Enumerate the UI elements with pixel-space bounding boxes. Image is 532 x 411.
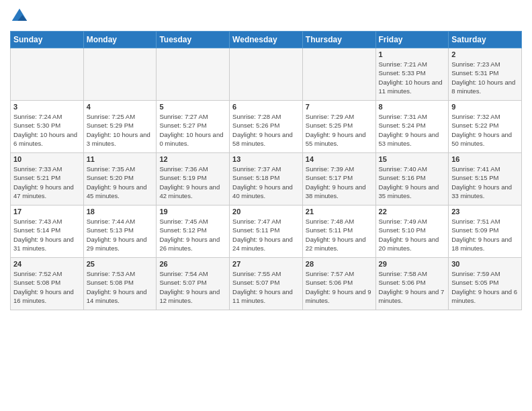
calendar-cell: 12Sunrise: 7:36 AM Sunset: 5:19 PM Dayli… [157,153,230,205]
day-number: 6 [232,103,300,111]
day-info: Sunrise: 7:54 AM Sunset: 5:07 PM Dayligh… [159,269,226,305]
day-number: 26 [159,260,226,268]
day-number: 5 [159,103,226,111]
calendar-cell: 15Sunrise: 7:40 AM Sunset: 5:16 PM Dayli… [375,153,449,205]
day-info: Sunrise: 7:35 AM Sunset: 5:20 PM Dayligh… [87,165,154,200]
header [10,7,522,26]
calendar-cell: 8Sunrise: 7:31 AM Sunset: 5:24 PM Daylig… [375,101,449,153]
day-info: Sunrise: 7:40 AM Sunset: 5:16 PM Dayligh… [379,165,446,200]
day-info: Sunrise: 7:32 AM Sunset: 5:22 PM Dayligh… [451,112,519,148]
day-info: Sunrise: 7:43 AM Sunset: 5:14 PM Dayligh… [13,217,81,253]
calendar-cell: 16Sunrise: 7:41 AM Sunset: 5:15 PM Dayli… [449,153,522,205]
day-number: 28 [306,260,373,268]
day-info: Sunrise: 7:47 AM Sunset: 5:11 PM Dayligh… [232,217,300,253]
calendar-cell: 14Sunrise: 7:39 AM Sunset: 5:17 PM Dayli… [302,153,375,205]
day-info: Sunrise: 7:44 AM Sunset: 5:13 PM Dayligh… [87,217,154,253]
logo [10,7,32,26]
day-info: Sunrise: 7:53 AM Sunset: 5:08 PM Dayligh… [87,269,154,305]
calendar-cell: 21Sunrise: 7:48 AM Sunset: 5:11 PM Dayli… [302,205,375,258]
calendar-week-4: 17Sunrise: 7:43 AM Sunset: 5:14 PM Dayli… [11,205,522,258]
calendar-cell: 9Sunrise: 7:32 AM Sunset: 5:22 PM Daylig… [449,101,522,153]
calendar-cell: 24Sunrise: 7:52 AM Sunset: 5:08 PM Dayli… [11,258,84,310]
header-cell-sunday: Sunday [11,32,84,48]
day-info: Sunrise: 7:24 AM Sunset: 5:30 PM Dayligh… [13,112,81,148]
day-info: Sunrise: 7:33 AM Sunset: 5:21 PM Dayligh… [13,165,81,200]
day-number: 4 [87,103,154,111]
day-number: 17 [13,208,81,216]
calendar-body: 1Sunrise: 7:21 AM Sunset: 5:33 PM Daylig… [11,48,522,310]
calendar-header-row: SundayMondayTuesdayWednesdayThursdayFrid… [11,32,522,48]
day-number: 14 [306,155,373,163]
day-number: 24 [13,260,81,268]
calendar-cell: 1Sunrise: 7:21 AM Sunset: 5:33 PM Daylig… [375,48,449,101]
header-cell-wednesday: Wednesday [230,32,303,48]
day-number: 9 [451,103,519,111]
day-info: Sunrise: 7:57 AM Sunset: 5:06 PM Dayligh… [306,269,373,305]
calendar-cell: 25Sunrise: 7:53 AM Sunset: 5:08 PM Dayli… [83,258,157,310]
day-info: Sunrise: 7:29 AM Sunset: 5:25 PM Dayligh… [306,112,373,148]
calendar-cell: 7Sunrise: 7:29 AM Sunset: 5:25 PM Daylig… [302,101,375,153]
day-number: 25 [87,260,154,268]
day-info: Sunrise: 7:36 AM Sunset: 5:19 PM Dayligh… [159,165,226,200]
calendar-cell: 26Sunrise: 7:54 AM Sunset: 5:07 PM Dayli… [157,258,230,310]
day-info: Sunrise: 7:37 AM Sunset: 5:18 PM Dayligh… [232,165,300,200]
calendar-week-2: 3Sunrise: 7:24 AM Sunset: 5:30 PM Daylig… [11,101,522,153]
day-number: 1 [379,50,446,58]
calendar-week-3: 10Sunrise: 7:33 AM Sunset: 5:21 PM Dayli… [11,153,522,205]
calendar-cell: 11Sunrise: 7:35 AM Sunset: 5:20 PM Dayli… [83,153,157,205]
day-number: 2 [451,50,519,58]
day-info: Sunrise: 7:59 AM Sunset: 5:05 PM Dayligh… [451,269,519,305]
day-number: 7 [306,103,373,111]
header-cell-friday: Friday [375,32,449,48]
calendar-cell: 2Sunrise: 7:23 AM Sunset: 5:31 PM Daylig… [449,48,522,101]
day-number: 20 [232,208,300,216]
day-info: Sunrise: 7:27 AM Sunset: 5:27 PM Dayligh… [159,112,226,148]
header-cell-tuesday: Tuesday [157,32,230,48]
header-cell-thursday: Thursday [302,32,375,48]
day-number: 12 [159,155,226,163]
calendar-cell [302,48,375,101]
day-info: Sunrise: 7:49 AM Sunset: 5:10 PM Dayligh… [379,217,446,253]
day-info: Sunrise: 7:51 AM Sunset: 5:09 PM Dayligh… [451,217,519,253]
day-info: Sunrise: 7:31 AM Sunset: 5:24 PM Dayligh… [379,112,446,148]
header-cell-monday: Monday [83,32,157,48]
day-info: Sunrise: 7:58 AM Sunset: 5:06 PM Dayligh… [379,269,446,305]
calendar-week-1: 1Sunrise: 7:21 AM Sunset: 5:33 PM Daylig… [11,48,522,101]
day-info: Sunrise: 7:48 AM Sunset: 5:11 PM Dayligh… [306,217,373,253]
day-number: 10 [13,155,81,163]
calendar-cell [157,48,230,101]
calendar-cell: 5Sunrise: 7:27 AM Sunset: 5:27 PM Daylig… [157,101,230,153]
day-number: 21 [306,208,373,216]
calendar-cell: 23Sunrise: 7:51 AM Sunset: 5:09 PM Dayli… [449,205,522,258]
day-number: 18 [87,208,154,216]
calendar-cell: 18Sunrise: 7:44 AM Sunset: 5:13 PM Dayli… [83,205,157,258]
calendar-cell: 13Sunrise: 7:37 AM Sunset: 5:18 PM Dayli… [230,153,303,205]
day-info: Sunrise: 7:21 AM Sunset: 5:33 PM Dayligh… [379,60,446,95]
header-cell-saturday: Saturday [449,32,522,48]
calendar-cell: 28Sunrise: 7:57 AM Sunset: 5:06 PM Dayli… [302,258,375,310]
day-info: Sunrise: 7:52 AM Sunset: 5:08 PM Dayligh… [13,269,81,305]
day-number: 16 [451,155,519,163]
day-info: Sunrise: 7:55 AM Sunset: 5:07 PM Dayligh… [232,269,300,305]
day-info: Sunrise: 7:23 AM Sunset: 5:31 PM Dayligh… [451,60,519,95]
calendar-cell: 20Sunrise: 7:47 AM Sunset: 5:11 PM Dayli… [230,205,303,258]
calendar-cell: 6Sunrise: 7:28 AM Sunset: 5:26 PM Daylig… [230,101,303,153]
calendar-cell: 4Sunrise: 7:25 AM Sunset: 5:29 PM Daylig… [83,101,157,153]
day-number: 29 [379,260,446,268]
calendar-cell: 30Sunrise: 7:59 AM Sunset: 5:05 PM Dayli… [449,258,522,310]
day-number: 27 [232,260,300,268]
calendar-cell: 19Sunrise: 7:45 AM Sunset: 5:12 PM Dayli… [157,205,230,258]
day-number: 23 [451,208,519,216]
calendar-cell: 10Sunrise: 7:33 AM Sunset: 5:21 PM Dayli… [11,153,84,205]
calendar-cell: 22Sunrise: 7:49 AM Sunset: 5:10 PM Dayli… [375,205,449,258]
calendar-cell: 29Sunrise: 7:58 AM Sunset: 5:06 PM Dayli… [375,258,449,310]
day-number: 30 [451,260,519,268]
calendar-cell: 27Sunrise: 7:55 AM Sunset: 5:07 PM Dayli… [230,258,303,310]
calendar-week-5: 24Sunrise: 7:52 AM Sunset: 5:08 PM Dayli… [11,258,522,310]
page: SundayMondayTuesdayWednesdayThursdayFrid… [0,0,532,411]
day-number: 8 [379,103,446,111]
day-number: 19 [159,208,226,216]
day-info: Sunrise: 7:39 AM Sunset: 5:17 PM Dayligh… [306,165,373,200]
logo-icon [10,7,29,26]
day-number: 3 [13,103,81,111]
